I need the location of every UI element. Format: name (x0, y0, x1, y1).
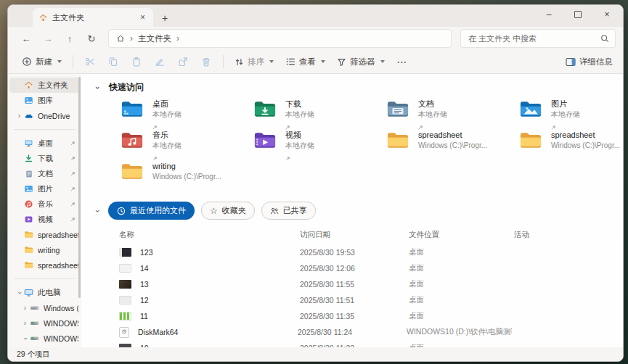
file-row-123[interactable]: 123 2025/8/30 19:53 桌面 (81, 244, 623, 260)
file-date: 2025/8/30 11:24 (298, 328, 407, 336)
sidebar-item-drive-e[interactable]: › WINDOWS10 ( (9, 331, 80, 346)
chevron-down-icon[interactable]: › (94, 84, 102, 91)
quick-item-videos[interactable]: 视频 本地存储 (254, 131, 387, 160)
back-button[interactable]: ← (17, 30, 36, 47)
file-date: 2025/8/30 11:51 (300, 296, 409, 305)
maximize-icon (574, 11, 582, 18)
sidebar-item-drive-d[interactable]: › WINDOWS10 (9, 315, 80, 331)
quick-item-spreadsheet-1[interactable]: spreadsheet Windows (C:)\Progr... (387, 131, 520, 160)
breadcrumb[interactable]: › 主文件夹 › (108, 29, 452, 48)
breadcrumb-item-home[interactable]: 主文件夹 (138, 33, 171, 44)
quick-item-downloads[interactable]: 下载 本地存储 (254, 99, 387, 129)
file-row-14[interactable]: 14 2025/8/30 12:06 桌面 (81, 260, 623, 276)
tab-home[interactable]: 主文件夹 × (33, 8, 153, 27)
sidebar-item-this-pc[interactable]: › 此电脑 (9, 285, 80, 300)
file-row-diskmark64[interactable]: ⚙ DiskMark64 2025/8/30 11:24 WINDOWS10 (… (81, 324, 623, 340)
up-button[interactable]: ↑ (60, 30, 79, 47)
filter-pill-favorites[interactable]: ☆ 收藏夹 (201, 202, 255, 220)
quick-item-music[interactable]: 音乐 本地存储 (121, 131, 254, 160)
chevron-down-icon[interactable]: › (22, 334, 29, 342)
file-name: 13 (140, 280, 300, 289)
column-header-name[interactable]: 名称 (119, 230, 300, 240)
sidebar-item-amd[interactable]: › AMD (9, 346, 80, 347)
sidebar-item-music[interactable]: 音乐 (9, 197, 80, 212)
close-button[interactable]: × (592, 5, 621, 24)
quick-item-documents[interactable]: 文档 本地存储 (387, 99, 520, 129)
details-button[interactable]: 详细信息 (566, 57, 613, 67)
new-tab-button[interactable]: + (162, 13, 168, 23)
refresh-button[interactable]: ↻ (82, 30, 101, 47)
sidebar-item-drive-c[interactable]: › Windows (C:) (9, 300, 80, 315)
sidebar-item-pictures[interactable]: 图片 (9, 181, 80, 197)
filter-pill-label: 已共享 (283, 205, 307, 216)
filter-pill-shared[interactable]: 已共享 (261, 202, 316, 220)
file-row-12[interactable]: 12 2025/8/30 11:51 桌面 (81, 292, 623, 308)
file-thumbnail (119, 296, 131, 305)
quick-item-writing[interactable]: writing Windows (C:)\Progr... (121, 162, 254, 191)
sort-button[interactable]: 排序 (229, 52, 279, 71)
sidebar-item-documents[interactable]: 文档 (9, 166, 80, 181)
chevron-down-icon[interactable]: › (94, 207, 102, 215)
file-location[interactable]: 桌面 (409, 263, 514, 273)
folder-icon (520, 131, 542, 152)
breadcrumb-home-icon (116, 34, 125, 43)
delete-button (195, 52, 217, 71)
minimize-button[interactable]: – (534, 5, 563, 24)
quick-access-header[interactable]: › 快速访问 (94, 81, 623, 94)
file-row-11[interactable]: 11 2025/8/30 11:35 桌面 (81, 308, 623, 324)
quick-access-grid: 桌面 本地存储 下载 本地存储 (121, 99, 623, 191)
file-name: 12 (140, 296, 300, 305)
column-header-date[interactable]: 访问日期 (300, 230, 409, 240)
column-header-location[interactable]: 文件位置 (409, 230, 514, 240)
more-button[interactable]: ⋯ (391, 56, 414, 67)
view-button[interactable]: 查看 (280, 52, 330, 71)
filter-pill-recent-files[interactable]: 最近使用的文件 (108, 202, 195, 220)
file-date: 2025/8/30 12:06 (300, 264, 409, 273)
chevron-right-icon[interactable]: › (15, 112, 23, 120)
quick-item-name: 下载 (285, 99, 314, 109)
sidebar-item-writing[interactable]: writing (9, 242, 80, 257)
sidebar-item-spreadsheet-1[interactable]: spreadsheet (9, 227, 80, 242)
documents-folder-icon (387, 100, 409, 121)
quick-item-spreadsheet-2[interactable]: spreadsheet Windows (C:)\Progr... (520, 131, 623, 160)
filter-button[interactable]: 筛选器 (332, 52, 390, 71)
quick-item-pictures[interactable]: 图片 本地存储 (520, 99, 623, 129)
status-bar: 29 个项目 (8, 347, 623, 361)
search-input[interactable] (461, 34, 600, 43)
chevron-right-icon[interactable]: › (21, 305, 29, 312)
file-location[interactable]: 桌面 (409, 279, 514, 289)
file-row-10[interactable]: 10 2025/8/30 11:22 桌面 (81, 340, 623, 347)
sort-arrows-icon (235, 57, 244, 67)
chevron-down-icon (57, 60, 62, 63)
sidebar-item-home[interactable]: 主文件夹 (9, 78, 80, 93)
chevron-down-icon (269, 60, 274, 63)
file-location[interactable]: 桌面 (409, 295, 514, 305)
sidebar-item-desktop[interactable]: 桌面 (9, 136, 80, 151)
forward-button[interactable]: → (38, 30, 57, 47)
search-icon (600, 34, 609, 43)
tab-close-icon[interactable]: × (138, 13, 147, 22)
chevron-right-icon[interactable]: › (21, 320, 29, 327)
file-location[interactable]: WINDOWS10 (D:)\软件\电脑测试软... (407, 327, 512, 337)
file-thumbnail (119, 264, 131, 273)
column-header-activity[interactable]: 活动 (514, 230, 623, 240)
sidebar-item-gallery[interactable]: 图库 (9, 93, 80, 108)
copy-button (102, 52, 124, 71)
folder-icon (387, 131, 409, 152)
quick-item-desktop[interactable]: 桌面 本地存储 (121, 99, 254, 129)
search-box[interactable] (460, 29, 616, 48)
file-row-13[interactable]: 13 2025/8/30 11:55 桌面 (81, 276, 623, 292)
sidebar-item-videos[interactable]: 视频 (9, 212, 80, 227)
chevron-down-icon[interactable]: › (16, 289, 23, 297)
file-list: 123 2025/8/30 19:53 桌面 14 2025/8/30 12:0… (81, 244, 623, 347)
sidebar-item-onedrive[interactable]: › OneDrive (9, 108, 80, 123)
file-location[interactable]: 桌面 (409, 311, 514, 321)
sidebar-scrollbar[interactable] (78, 77, 81, 298)
new-button[interactable]: 新建 (17, 52, 67, 71)
paste-button (126, 52, 147, 71)
sidebar-item-spreadsheet-2[interactable]: spreadsheet (9, 257, 80, 273)
sidebar-item-downloads[interactable]: 下载 (9, 151, 80, 166)
file-location[interactable]: 桌面 (409, 247, 514, 257)
maximize-button[interactable] (563, 5, 592, 24)
home-icon (38, 13, 48, 22)
